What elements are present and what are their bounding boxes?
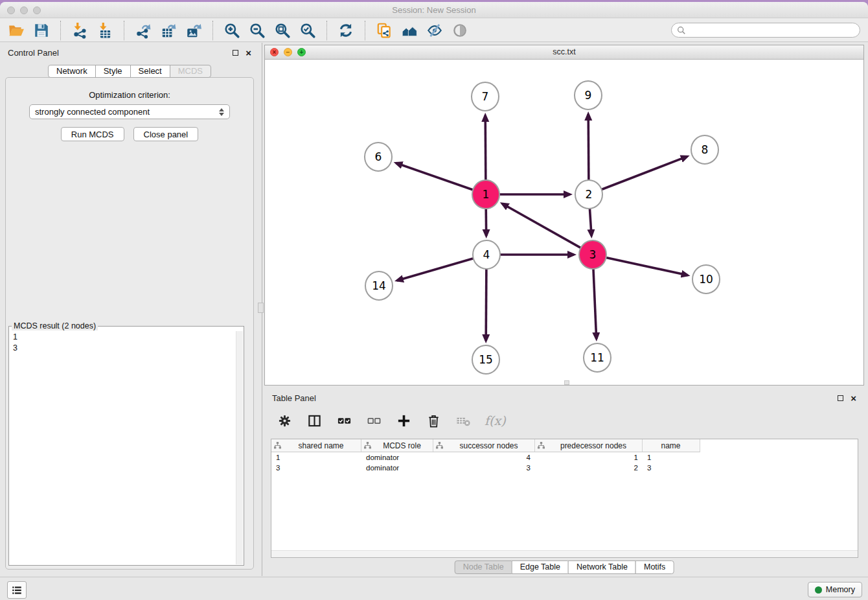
zoom-fit-button[interactable] [273,21,292,40]
graph-edge-3-11[interactable] [593,268,597,339]
close-panel-icon[interactable]: × [851,395,856,401]
graph-edge-3-10[interactable] [606,257,688,275]
table-panel-title: Table Panel [272,393,316,403]
column-header-shared-name[interactable]: shared name [271,439,361,452]
graph-node-15[interactable]: 15 [472,345,499,374]
birdseye-view-button[interactable] [450,21,470,40]
export-table-button[interactable] [159,21,178,40]
graph-edge-3-1[interactable] [502,203,580,248]
search-box[interactable] [671,23,860,38]
table-cell[interactable]: dominator [361,464,433,472]
delete-column-button[interactable] [425,412,442,429]
graph-edge-4-14[interactable] [397,259,474,281]
float-panel-icon[interactable] [838,395,843,401]
graph-node-10[interactable]: 10 [692,265,720,294]
network-window-titlebar[interactable]: × − + scc.txt [265,45,863,60]
mcds-result-list[interactable]: 1 3 [9,330,244,355]
close-panel-icon[interactable]: × [246,50,251,56]
graph-edge-1-6[interactable] [396,163,473,190]
table-row[interactable]: 1dominator411 [271,452,858,463]
add-column-button[interactable] [395,412,412,429]
table-cell[interactable]: dominator [361,454,433,461]
table-cell[interactable]: 3 [643,464,699,472]
task-history-button[interactable] [7,581,27,599]
table-cell[interactable]: 1 [535,454,643,461]
hide-graphics-details-button[interactable] [425,21,444,40]
graph-node-9[interactable]: 9 [575,81,602,110]
table-cell[interactable]: 1 [271,454,361,461]
table-scrollbar[interactable] [271,550,858,557]
network-graph[interactable]: 7968124314101511 [265,60,863,385]
column-header-predecessor-nodes[interactable]: predecessor nodes [535,439,643,452]
graph-node-2[interactable]: 2 [575,180,602,209]
home-button[interactable] [400,21,419,40]
tab-node-table[interactable]: Node Table [455,560,512,574]
table-cell[interactable]: 3 [433,464,535,472]
tab-network[interactable]: Network [48,65,96,78]
search-input[interactable] [686,25,860,36]
export-image-button[interactable] [184,21,203,40]
table-cell[interactable]: 1 [643,454,699,461]
run-mcds-button[interactable]: Run MCDS [61,127,124,141]
network-close-button[interactable]: × [270,48,279,56]
table-row[interactable]: 3dominator323 [271,463,858,473]
graph-node-14[interactable]: 14 [365,271,393,300]
graph-edge-2-9[interactable] [588,114,589,181]
zoom-in-button[interactable] [222,21,242,40]
column-header-MCDS-role[interactable]: MCDS role [361,439,433,452]
result-scrollbar[interactable] [236,331,243,564]
zoom-selected-button[interactable] [298,21,317,40]
zoom-window-button[interactable] [33,6,41,14]
save-session-button[interactable] [32,21,51,40]
table-cell[interactable]: 2 [535,464,643,472]
tab-motifs[interactable]: Motifs [635,560,674,574]
delete-table-button[interactable] [455,412,472,429]
column-header-successor-nodes[interactable]: successor nodes [433,439,535,452]
zoom-out-button[interactable] [247,21,267,40]
graph-node-8[interactable]: 8 [691,135,718,164]
close-window-button[interactable] [7,6,15,14]
column-header-name[interactable]: name [643,439,699,452]
open-session-button[interactable] [6,21,26,40]
memory-button[interactable]: Memory [808,582,862,597]
table-cell[interactable]: 3 [271,464,361,472]
graph-edge-4-15[interactable] [486,268,486,341]
tab-network-table[interactable]: Network Table [568,560,636,574]
network-minimize-button[interactable]: − [284,48,292,56]
optimization-criterion-dropdown[interactable]: strongly connected component [29,104,230,119]
canvas-resize-grip[interactable] [564,380,569,385]
clone-network-button[interactable] [374,21,394,40]
graph-node-1[interactable]: 1 [472,180,499,209]
graph-node-3[interactable]: 3 [579,240,606,269]
graph-edge-2-3[interactable] [589,208,591,236]
graph-node-11[interactable]: 11 [584,343,611,372]
deselect-all-button[interactable] [365,412,382,429]
float-panel-icon[interactable] [233,50,238,56]
export-network-button[interactable] [133,21,153,40]
table-cell[interactable]: 4 [433,454,535,461]
graph-node-6[interactable]: 6 [365,143,392,171]
tab-edge-table[interactable]: Edge Table [512,560,569,574]
node-table[interactable]: shared nameMCDS rolesuccessor nodesprede… [271,439,858,558]
split-view-button[interactable] [306,412,323,429]
panel-divider-grip[interactable] [258,303,264,313]
tab-select[interactable]: Select [130,65,170,78]
tab-mcds[interactable]: MCDS [170,65,211,78]
tab-style[interactable]: Style [95,65,131,78]
function-builder-button[interactable]: f(x) [485,413,506,428]
graph-node-7[interactable]: 7 [472,82,499,111]
import-network-button[interactable] [70,21,89,40]
table-settings-button[interactable] [276,412,293,429]
select-all-button[interactable] [336,412,352,429]
graph-edge-1-7[interactable] [485,115,486,181]
network-canvas[interactable]: 7968124314101511 [265,60,863,385]
import-table-button[interactable] [95,21,115,40]
network-maximize-button[interactable]: + [297,48,306,56]
minimize-window-button[interactable] [20,6,28,14]
graph-edge-2-8[interactable] [602,156,687,189]
apply-layout-button[interactable] [336,21,356,40]
close-panel-button[interactable]: Close panel [133,127,199,141]
table-panel-header: Table Panel × [264,388,864,408]
graph-node-4[interactable]: 4 [473,240,500,269]
window-titlebar[interactable]: Session: New Session [0,2,868,18]
